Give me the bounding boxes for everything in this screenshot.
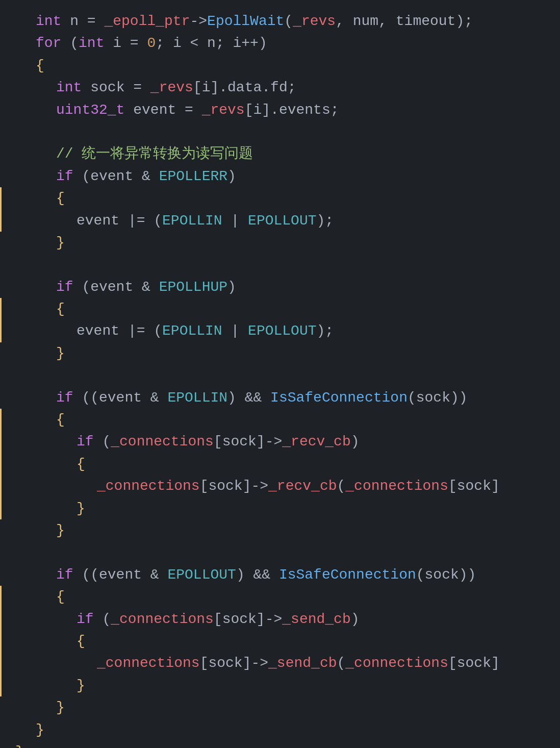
token: { [77, 630, 85, 652]
token: for [36, 32, 61, 54]
code-line: _connections[sock]->_send_cb(_connection… [0, 652, 560, 674]
code-line: if ((event & EPOLLIN) && IsSafeConnectio… [0, 387, 560, 409]
code-line: { [0, 187, 560, 209]
code-line: event |= (EPOLLIN | EPOLLOUT); [0, 320, 560, 342]
token: if [56, 387, 73, 409]
token: // 统一将异常转换为读写问题 [56, 143, 253, 165]
token: { [56, 586, 65, 608]
code-line [0, 254, 560, 276]
token: ) [227, 276, 236, 298]
token: ) [351, 608, 360, 630]
token: { [36, 55, 44, 77]
token: int [56, 77, 82, 98]
token: { [56, 298, 65, 320]
code-line: uint32_t event = _revs[i].events; [0, 99, 560, 121]
token: IsSafeConnection [279, 564, 416, 586]
token: [sock]-> [200, 475, 268, 497]
token: { [77, 453, 85, 475]
token: _send_cb [282, 608, 350, 630]
token: } [56, 696, 65, 718]
token: ) [227, 165, 236, 187]
token: [sock] [448, 475, 500, 497]
code-line: _connections[sock]->_recv_cb(_connection… [0, 475, 560, 497]
code-line: { [0, 298, 560, 320]
code-line: for (int i = 0; i < n; i++) [0, 32, 560, 54]
token: num [353, 10, 378, 32]
token: if [77, 608, 94, 630]
token: [sock] [448, 652, 500, 674]
token: { [56, 409, 65, 431]
code-line: if (event & EPOLLHUP) [0, 276, 560, 298]
token: timeout [396, 10, 456, 32]
token: , [336, 10, 353, 32]
code-line: // 统一将异常转换为读写问题 [0, 143, 560, 165]
token: _revs [202, 99, 245, 121]
code-line: } [0, 719, 560, 741]
token: _connections [97, 652, 200, 674]
token: _connections [97, 475, 200, 497]
token: event = [124, 99, 201, 121]
token: _recv_cb [268, 475, 337, 497]
code-line [0, 541, 560, 563]
token: ((event & [73, 387, 168, 409]
token: [sock]-> [214, 431, 282, 453]
token: |= ( [128, 320, 162, 342]
token: EPOLLIN [162, 320, 222, 342]
token: ); [317, 320, 334, 342]
token: -> [190, 10, 207, 32]
token: if [56, 165, 73, 187]
token: , [378, 10, 396, 32]
token: 0 [147, 32, 156, 54]
token: _connections [345, 475, 448, 497]
token: (sock)) [416, 564, 476, 586]
token: _revs [150, 77, 193, 98]
token: [sock]-> [200, 652, 268, 674]
code-line: } [0, 497, 560, 519]
token: } [77, 497, 85, 519]
token: ( [94, 608, 111, 630]
token: IsSafeConnection [270, 387, 408, 409]
token: } [77, 675, 85, 696]
code-line: } [0, 696, 560, 718]
token: ( [337, 475, 345, 497]
token: _recv_cb [282, 431, 350, 453]
token: n = [61, 10, 104, 32]
token: EPOLLOUT [167, 564, 236, 586]
code-line: event |= (EPOLLIN | EPOLLOUT); [0, 210, 560, 232]
token: } [56, 519, 65, 541]
token: EPOLLIN [167, 387, 227, 409]
token: _send_cb [268, 652, 337, 674]
token: EPOLLIN [162, 210, 222, 232]
token: _connections [345, 652, 448, 674]
token: EPOLLOUT [248, 320, 316, 342]
token: ) && [227, 387, 270, 409]
token: { [56, 187, 65, 209]
code-editor: int n = _epoll_ptr->EpollWait(_revs, num… [0, 0, 560, 748]
token: int [36, 10, 61, 32]
token: i = [104, 32, 147, 54]
token: } [56, 342, 65, 364]
token: _connections [111, 608, 214, 630]
token: EPOLLOUT [248, 210, 316, 232]
token: | [222, 320, 248, 342]
token: ( [337, 652, 345, 674]
token: [i].events; [245, 99, 339, 121]
code-line: } [0, 232, 560, 254]
token: event [77, 210, 128, 232]
token: [i].data.fd; [193, 77, 296, 98]
token: _connections [111, 431, 214, 453]
code-line: if ((event & EPOLLOUT) && IsSafeConnecti… [0, 564, 560, 586]
token: } [36, 719, 44, 741]
code-line [0, 121, 560, 143]
token: EPOLLHUP [159, 276, 227, 298]
token: ) [351, 431, 360, 453]
token: uint32_t [56, 99, 124, 121]
token: ) && [236, 564, 279, 586]
token: (sock)) [408, 387, 468, 409]
code-line: } [0, 519, 560, 541]
token: ; i < n; i++) [156, 32, 267, 54]
token: ( [94, 431, 111, 453]
token: int [79, 32, 104, 54]
token: } [15, 741, 24, 748]
token: (event & [73, 276, 159, 298]
